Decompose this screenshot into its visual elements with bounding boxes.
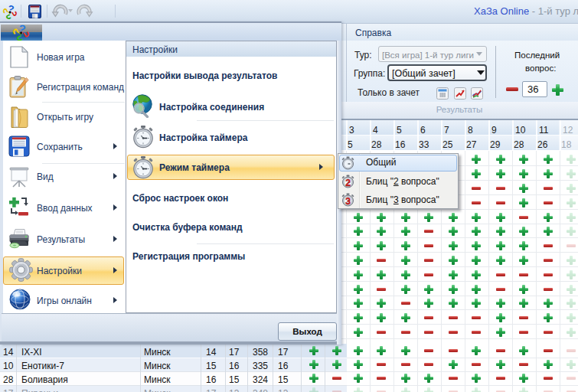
svg-text:2: 2 <box>345 178 351 188</box>
svg-text:3: 3 <box>345 196 351 207</box>
